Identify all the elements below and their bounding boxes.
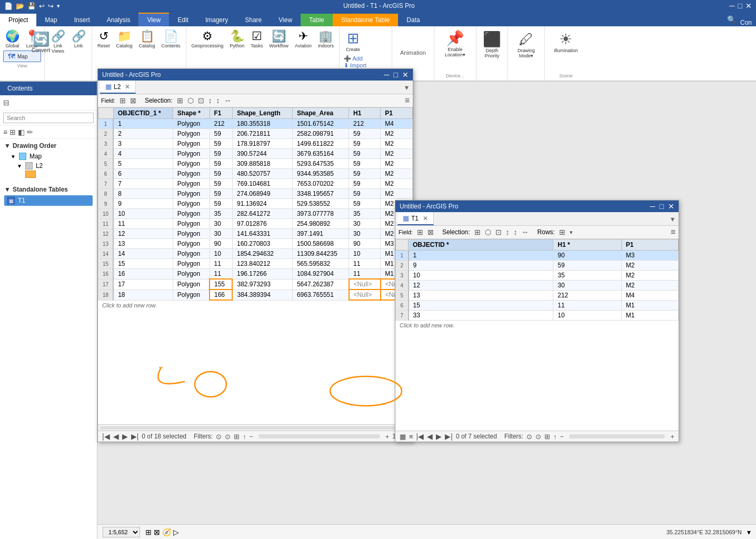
table-cell[interactable]: 2 [113, 129, 173, 139]
table-cell[interactable]: Polygon [173, 279, 210, 290]
workflow-btn[interactable]: 🔄 Workflow [267, 28, 291, 49]
sel-icon6[interactable]: ↔ [224, 96, 232, 105]
table-cell[interactable]: 6963.765551 [292, 290, 349, 300]
table-cell[interactable]: 8 [113, 189, 173, 199]
reset-btn[interactable]: ↺ Reset [95, 28, 112, 49]
t1-up-icon[interactable]: ↑ [553, 433, 557, 441]
t1-list-icon[interactable]: ≡ [409, 433, 413, 441]
table-cell[interactable]: M1 [621, 301, 678, 311]
table-cell[interactable]: 59 [349, 169, 381, 179]
l2-next-icon[interactable]: ▶ [122, 432, 128, 441]
table-cell[interactable]: 10 [210, 249, 232, 259]
table-cell[interactable]: M2 [621, 261, 678, 271]
table-cell[interactable]: M2 [381, 189, 412, 199]
table-cell[interactable]: 1 [113, 119, 173, 129]
table-cell[interactable]: 5293.647535 [292, 159, 349, 169]
table-cell[interactable]: 59 [349, 159, 381, 169]
col-objectid1[interactable]: OBJECTID_1 * [113, 108, 173, 119]
t1-filter-icon1[interactable]: ⊙ [526, 433, 532, 441]
t1-tab-close[interactable]: ✕ [423, 215, 428, 222]
table-cell[interactable]: 59 [349, 139, 381, 149]
collapse-map-icon[interactable]: ▼ [11, 154, 16, 159]
t1-sel-icon1[interactable]: ⊞ [474, 228, 481, 236]
t1-sel-icon5[interactable]: ↕ [514, 228, 518, 236]
table-cell[interactable]: Polygon [173, 290, 210, 300]
table-cell[interactable]: 397.1491 [292, 229, 349, 239]
tab-imagery[interactable]: Imagery [197, 14, 236, 26]
table-cell[interactable]: 30 [210, 229, 232, 239]
table-cell[interactable]: 10 [553, 311, 622, 321]
l2-filter-icon3[interactable]: ⊞ [234, 433, 240, 441]
table-cell[interactable]: 282.641272 [232, 209, 292, 219]
table-cell[interactable]: 30 [553, 281, 622, 291]
col-shape-area[interactable]: Shape_Area [292, 108, 349, 119]
table-cell[interactable]: 1084.927904 [292, 269, 349, 280]
save-icon[interactable]: 💾 [27, 2, 36, 10]
t1-filter-icon2[interactable]: ⊙ [535, 433, 541, 441]
t1-sel-icon3[interactable]: ⊡ [495, 228, 502, 236]
global-btn[interactable]: 🌍 Global [3, 28, 22, 49]
table-cell[interactable]: M2 [381, 129, 412, 139]
sel-icon3[interactable]: ⊡ [198, 96, 204, 105]
table-cell[interactable]: 59 [349, 179, 381, 189]
table-cell[interactable]: M3 [621, 251, 678, 261]
table-cell[interactable]: 59 [349, 199, 381, 209]
table-cell[interactable]: 11309.844235 [292, 249, 349, 259]
collapse-standalone-icon[interactable]: ▼ [4, 186, 11, 193]
tab-insert[interactable]: Insert [66, 14, 98, 26]
catalog2-btn[interactable]: 📋 Catalog [137, 28, 157, 49]
open-icon[interactable]: 📂 [16, 2, 24, 10]
l2-last-icon[interactable]: ▶| [131, 432, 139, 441]
t1-next-icon[interactable]: ▶ [436, 432, 442, 441]
table-cell[interactable]: 3679.635164 [292, 149, 349, 159]
table-cell[interactable]: Polygon [173, 139, 210, 149]
table-cell[interactable]: 196.17266 [232, 269, 292, 280]
table-cell[interactable]: 59 [210, 199, 232, 209]
t1-zoom-slider[interactable] [569, 434, 665, 438]
col-h1[interactable]: H1 [349, 108, 381, 119]
table-cell[interactable]: 9344.953585 [292, 169, 349, 179]
table-cell[interactable]: 9 [409, 261, 553, 271]
expand-icon[interactable]: ▾ [747, 528, 751, 536]
l2-prev-icon[interactable]: ◀ [113, 432, 119, 441]
sel-icon2[interactable]: ⬡ [187, 96, 194, 105]
table-cell[interactable]: 254.980892 [292, 219, 349, 229]
create-btn[interactable]: ⊞ Create [344, 28, 362, 53]
table-cell[interactable]: M4 [621, 291, 678, 301]
table-cell[interactable]: 59 [349, 189, 381, 199]
table-cell[interactable]: 59 [210, 139, 232, 149]
collapse-l2-icon[interactable]: ▼ [17, 163, 22, 169]
t1-field-options-icon[interactable]: ⊠ [427, 228, 434, 236]
l2-menu-icon[interactable]: ≡ [405, 96, 410, 105]
table-cell[interactable]: 6 [113, 169, 173, 179]
table-cell[interactable]: 11 [349, 259, 381, 269]
search-input[interactable] [3, 113, 94, 123]
table-cell[interactable]: 30 [210, 219, 232, 229]
field-options-icon[interactable]: ⊠ [130, 96, 136, 105]
table-cell[interactable]: 123.840212 [232, 259, 292, 269]
table-cell[interactable]: M4 [381, 119, 412, 129]
table-cell[interactable]: 155 [210, 279, 232, 290]
indoors-btn[interactable]: 🏢 Indoors [316, 28, 336, 49]
table-cell[interactable]: 59 [210, 189, 232, 199]
table-cell[interactable]: 769.104681 [232, 179, 292, 189]
col-p1[interactable]: P1 [381, 108, 412, 119]
l2-zoom-slider[interactable] [258, 434, 380, 438]
table-cell[interactable]: 59 [210, 129, 232, 139]
t1-chevron-icon[interactable]: ▾ [669, 213, 677, 225]
table-cell[interactable]: 35 [349, 209, 381, 219]
t1-first-icon[interactable]: |◀ [416, 432, 424, 441]
tab-edit[interactable]: Edit [169, 14, 197, 26]
l2-chevron-icon[interactable]: ▾ [403, 81, 411, 94]
t1-filter-icon3[interactable]: ⊞ [544, 433, 550, 441]
t1-prev-icon[interactable]: ◀ [427, 432, 433, 441]
redo-icon[interactable]: ↪ [48, 2, 54, 10]
table-cell[interactable]: 9 [113, 199, 173, 209]
table-cell[interactable]: M2 [621, 281, 678, 291]
table-cell[interactable]: 141.643331 [232, 229, 292, 239]
tab-share[interactable]: Share [236, 14, 270, 26]
table-cell[interactable]: <Null> [349, 279, 381, 290]
table-cell[interactable]: 166 [210, 290, 232, 300]
l2-tab-close[interactable]: ✕ [125, 83, 130, 91]
collapse-icon[interactable]: ▼ [4, 142, 11, 149]
